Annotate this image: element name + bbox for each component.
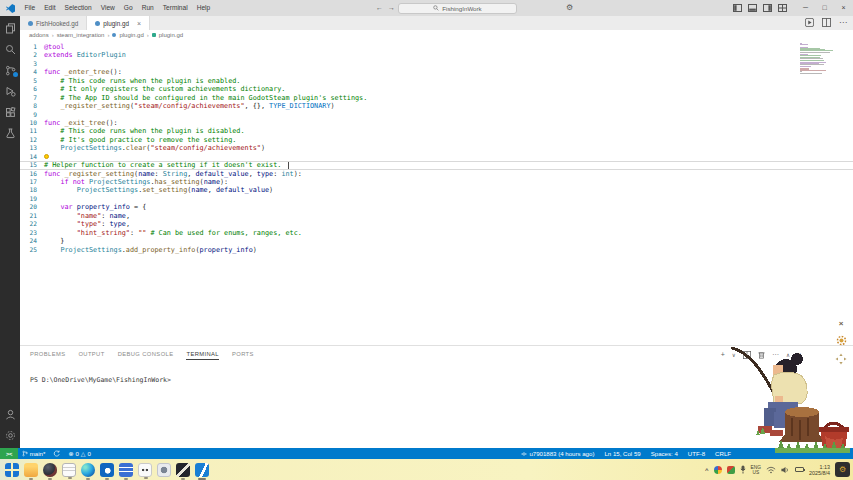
menu-edit[interactable]: Edit (40, 0, 60, 16)
customize-layout-icon[interactable] (778, 4, 787, 12)
panel-tab-debug-console[interactable]: DEBUG CONSOLE (118, 351, 174, 360)
explorer-icon[interactable] (2, 20, 18, 36)
code-line-23[interactable]: 23 "hint_string": "" # Can be used for e… (20, 229, 853, 237)
tray-battery-icon[interactable] (795, 467, 804, 472)
settings-gear-icon[interactable] (2, 427, 18, 443)
titlebar-settings-icon[interactable]: ⚙ (566, 3, 573, 13)
menu-go[interactable]: Go (119, 0, 137, 16)
menu-help[interactable]: Help (192, 0, 215, 16)
search-sidebar-icon[interactable] (2, 41, 18, 57)
code-line-2[interactable]: 2extends EditorPlugin (20, 51, 853, 59)
code-line-25[interactable]: 25 ProjectSettings.add_property_info(pro… (20, 246, 853, 254)
code-line-10[interactable]: 10func _exit_tree(): (20, 119, 853, 127)
code-line-8[interactable]: 8 _register_setting("steam/config/achiev… (20, 102, 853, 110)
source-control-icon[interactable] (2, 62, 18, 78)
code-line-12[interactable]: 12 # It's good practice to remove the se… (20, 136, 853, 144)
code-line-22[interactable]: 22 "type": type, (20, 220, 853, 228)
tray-mic-icon[interactable] (740, 465, 746, 474)
taskbar-word-icon[interactable] (119, 463, 133, 477)
code-line-5[interactable]: 5 # This code runs when the plugin is en… (20, 77, 853, 85)
sync-changes-item[interactable] (49, 448, 64, 459)
taskbar-explorer-icon[interactable] (24, 463, 38, 477)
toggle-sidebar-icon[interactable] (733, 4, 742, 12)
taskbar-outlook-icon[interactable] (100, 463, 114, 477)
tray-browser-icon[interactable] (714, 466, 722, 474)
tray-clock[interactable]: 1:13 2025/8/4 (809, 464, 830, 476)
breadcrumb-file[interactable]: plugin.gd (119, 32, 143, 38)
code-line-14[interactable]: 14 (20, 153, 853, 161)
code-editor[interactable]: 1@tool2extends EditorPlugin34func _enter… (20, 40, 853, 345)
code-line-17[interactable]: 17 if not ProjectSettings.has_setting(na… (20, 178, 853, 186)
pet-move-pad-icon[interactable] (835, 353, 847, 365)
remote-indicator[interactable]: >< (0, 448, 18, 459)
tab-plugin-gd[interactable]: plugin.gd × (87, 16, 150, 30)
code-line-13[interactable]: 13 ProjectSettings.clear("steam/config/a… (20, 144, 853, 152)
code-line-1[interactable]: 1@tool (20, 43, 853, 51)
tray-hidden-icons-chevron[interactable]: ^ (705, 467, 709, 473)
desktop-pet-fisherman[interactable] (720, 342, 853, 455)
breadcrumb-symbol[interactable]: plugin.gd (159, 32, 183, 38)
code-line-19[interactable]: 19 (20, 195, 853, 203)
taskbar-start-icon[interactable] (5, 463, 19, 477)
menu-view[interactable]: View (96, 0, 119, 16)
run-debug-icon[interactable] (2, 83, 18, 99)
extensions-icon[interactable] (2, 104, 18, 120)
close-window-button[interactable]: × (834, 0, 853, 16)
lightbulb-icon[interactable] (44, 154, 49, 159)
code-line-3[interactable]: 3 (20, 60, 853, 68)
minimize-button[interactable]: ─ (796, 0, 815, 16)
encoding-item[interactable]: UTF-8 (684, 450, 709, 457)
code-line-18[interactable]: 18 ProjectSettings.set_setting(name, def… (20, 186, 853, 194)
panel-tab-output[interactable]: OUTPUT (78, 351, 104, 360)
pet-close-icon[interactable]: × (839, 320, 844, 328)
pet-settings-gear-icon[interactable] (836, 335, 847, 346)
code-line-6[interactable]: 6 # It only registers the custom achieve… (20, 85, 853, 93)
taskbar-darkapp-icon[interactable] (176, 463, 190, 477)
testing-icon[interactable] (2, 125, 18, 141)
close-tab-icon[interactable]: × (137, 20, 141, 27)
taskbar-edge-icon[interactable] (81, 463, 95, 477)
git-blame-item[interactable]: u7901883 (4 hours ago) (517, 450, 598, 457)
tray-wifi-icon[interactable] (766, 466, 776, 474)
indentation-item[interactable]: Spaces: 4 (647, 450, 682, 457)
tab-fishhooked-gd[interactable]: FishHooked.gd (20, 16, 87, 30)
more-actions-icon[interactable]: ⋯ (839, 18, 847, 27)
breadcrumb-addons[interactable]: addons (29, 32, 49, 38)
run-file-icon[interactable] (805, 18, 814, 27)
code-line-4[interactable]: 4func _enter_tree(): (20, 68, 853, 76)
problems-item[interactable]: ⊗ 0 △ 0 (64, 448, 94, 459)
breadcrumb-steam-integration[interactable]: steam_integration (57, 32, 105, 38)
panel-tab-terminal[interactable]: TERMINAL (186, 351, 219, 360)
toggle-secondary-sidebar-icon[interactable] (763, 4, 772, 12)
code-line-11[interactable]: 11 # This code runs when the plugin is d… (20, 127, 853, 135)
tray-language-indicator[interactable]: ENG US (751, 465, 761, 475)
menu-run[interactable]: Run (137, 0, 158, 16)
code-line-20[interactable]: 20 var property_info = { (20, 203, 853, 211)
code-line-9[interactable]: 9 (20, 111, 853, 119)
taskbar-opera-icon[interactable] (43, 463, 57, 477)
accounts-icon[interactable] (2, 406, 18, 422)
toggle-panel-icon[interactable] (748, 4, 757, 12)
menu-file[interactable]: File (20, 0, 40, 16)
menu-terminal[interactable]: Terminal (158, 0, 192, 16)
titlebar-search[interactable]: FishingInWork (398, 3, 517, 14)
back-icon[interactable]: ← (376, 4, 383, 11)
code-line-16[interactable]: 16func _register_setting(name: String, d… (20, 170, 853, 178)
menu-selection[interactable]: Selection (60, 0, 96, 16)
tray-app-icon[interactable] (727, 466, 735, 474)
taskbar-whiteboard-icon[interactable] (138, 463, 152, 477)
panel-tab-ports[interactable]: PORTS (232, 351, 254, 360)
split-editor-icon[interactable] (822, 18, 831, 27)
code-line-7[interactable]: 7 # The App ID should be configured in t… (20, 94, 853, 102)
taskbar-settings-icon[interactable] (157, 463, 171, 477)
minimap[interactable] (800, 43, 834, 74)
git-branch-item[interactable]: main* (18, 448, 50, 459)
tray-utility-icon[interactable]: ⚙ (835, 462, 850, 477)
tray-volume-icon[interactable] (781, 466, 790, 474)
maximize-button[interactable]: □ (815, 0, 834, 16)
code-line-24[interactable]: 24 } (20, 237, 853, 245)
taskbar-vscode-icon[interactable] (195, 463, 209, 477)
taskbar-notepad-icon[interactable] (62, 463, 76, 477)
cursor-position-item[interactable]: Ln 15, Col 59 (600, 450, 644, 457)
panel-tab-problems[interactable]: PROBLEMS (30, 351, 65, 360)
